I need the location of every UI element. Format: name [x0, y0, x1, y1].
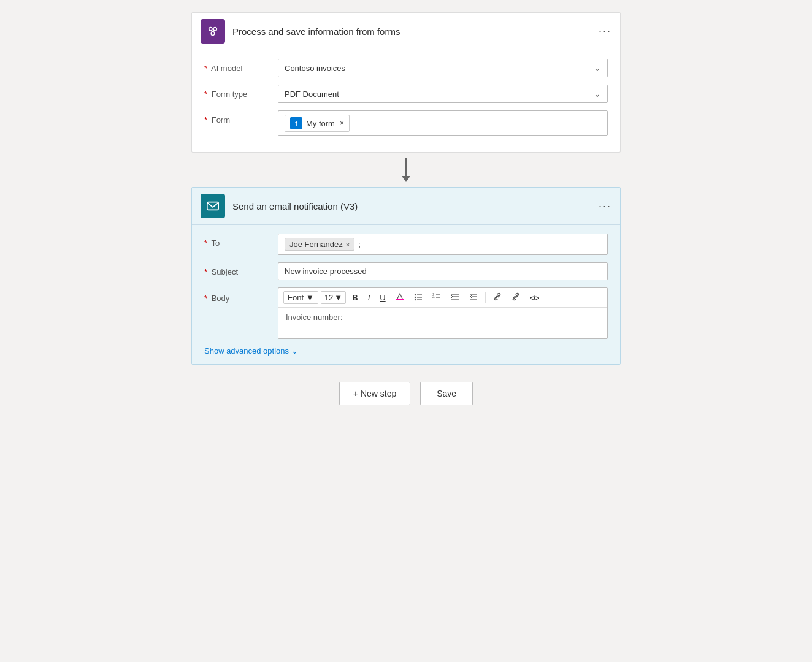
toolbar-divider — [485, 292, 486, 303]
highlight-button[interactable] — [392, 291, 408, 304]
html-button[interactable]: </> — [526, 293, 543, 303]
card2-body: * To Joe Fernandez × ; * Subject — [192, 225, 620, 364]
unlink-button[interactable] — [508, 291, 524, 304]
font-chevron-icon: ▼ — [306, 293, 314, 302]
body-row: * Body Font ▼ 12 ▼ B I — [204, 287, 608, 339]
form-tag-close-button[interactable]: × — [340, 119, 344, 127]
to-tag-close-button[interactable]: × — [346, 241, 350, 248]
connector-tip-icon — [402, 176, 410, 182]
body-label: * Body — [204, 287, 278, 303]
svg-line-4 — [213, 31, 215, 32]
outdent-button[interactable] — [465, 291, 481, 304]
form-row: * Form f My form × — [204, 110, 608, 136]
form-type-label: * Form type — [204, 85, 278, 99]
card1-header: Process and save information from forms … — [192, 13, 620, 50]
subject-label: * Subject — [204, 262, 278, 276]
form-input[interactable]: f My form × — [278, 110, 608, 136]
svg-point-9 — [414, 297, 415, 298]
card1-body: * AI model Contoso invoices ⌄ * Form typ… — [192, 50, 620, 152]
to-semicolon: ; — [358, 240, 361, 249]
font-select[interactable]: Font ▼ — [283, 291, 318, 304]
actions-row: + New step Save — [339, 382, 473, 405]
flow-canvas: Process and save information from forms … — [173, 12, 639, 662]
svg-text:2.: 2. — [432, 295, 435, 299]
card-process-forms: Process and save information from forms … — [191, 12, 621, 153]
card1-title: Process and save information from forms — [232, 26, 599, 37]
svg-point-0 — [209, 28, 213, 31]
body-editor: Font ▼ 12 ▼ B I U — [278, 287, 608, 339]
bold-button[interactable]: B — [348, 292, 361, 303]
to-row: * To Joe Fernandez × ; — [204, 234, 608, 255]
card2-more-button[interactable]: ··· — [599, 200, 611, 213]
form-label: * Form — [204, 110, 278, 124]
card1-icon — [201, 19, 225, 44]
to-input[interactable]: Joe Fernandez × ; — [278, 234, 608, 255]
new-step-button[interactable]: + New step — [339, 382, 410, 405]
form-tag: f My form × — [285, 115, 350, 132]
card1-more-button[interactable]: ··· — [599, 25, 611, 38]
ai-model-chevron-icon: ⌄ — [594, 63, 601, 73]
form-type-chevron-icon: ⌄ — [594, 89, 601, 99]
ordered-list-button[interactable]: 1.2. — [429, 291, 445, 304]
svg-point-11 — [414, 299, 415, 300]
font-size-select[interactable]: 12 ▼ — [321, 291, 346, 304]
svg-point-2 — [211, 32, 215, 35]
size-chevron-icon: ▼ — [334, 293, 342, 302]
link-button[interactable] — [489, 291, 505, 304]
form-type-select[interactable]: PDF Document ⌄ — [278, 85, 608, 103]
show-advanced-options[interactable]: Show advanced options ⌄ — [204, 346, 608, 356]
svg-rect-5 — [207, 202, 218, 210]
ai-model-label: * AI model — [204, 59, 278, 73]
svg-line-3 — [210, 31, 213, 32]
italic-button[interactable]: I — [364, 292, 374, 303]
card2-header: Send an email notification (V3) ··· — [192, 188, 620, 225]
to-label: * To — [204, 234, 278, 248]
subject-row: * Subject New invoice processed — [204, 262, 608, 280]
unordered-list-button[interactable] — [410, 291, 426, 304]
indent-button[interactable] — [447, 291, 463, 304]
svg-point-7 — [414, 294, 415, 295]
save-button[interactable]: Save — [420, 382, 473, 405]
body-text[interactable]: Invoice number: — [278, 308, 607, 338]
underline-button[interactable]: U — [376, 292, 389, 303]
body-toolbar: Font ▼ 12 ▼ B I U — [278, 288, 607, 308]
subject-input[interactable]: New invoice processed — [278, 262, 608, 280]
form-tag-icon: f — [290, 117, 302, 129]
connector-line — [405, 158, 407, 176]
connector-arrow — [402, 158, 410, 182]
form-type-row: * Form type PDF Document ⌄ — [204, 85, 608, 103]
ai-model-row: * AI model Contoso invoices ⌄ — [204, 59, 608, 77]
card-send-email: Send an email notification (V3) ··· * To… — [191, 187, 621, 365]
svg-point-1 — [213, 28, 217, 31]
card2-title: Send an email notification (V3) — [232, 201, 599, 211]
advanced-chevron-icon: ⌄ — [291, 346, 298, 356]
to-tag: Joe Fernandez × — [285, 238, 354, 251]
ai-model-select[interactable]: Contoso invoices ⌄ — [278, 59, 608, 77]
card2-icon — [201, 194, 225, 218]
